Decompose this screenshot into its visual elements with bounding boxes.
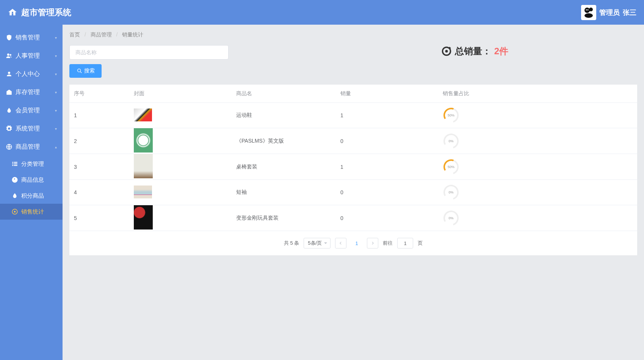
product-thumb (134, 154, 153, 178)
nav-sub-sales-stats[interactable]: 销售统计 (0, 204, 63, 220)
total-value: 2件 (494, 45, 508, 57)
target-icon (441, 46, 452, 57)
th-name: 商品名 (236, 90, 340, 97)
shield-icon (6, 34, 13, 41)
chevron-down-icon: ▾ (55, 127, 57, 131)
avatar-icon (583, 6, 595, 19)
nav-hr-management[interactable]: 人事管理 ▾ (0, 47, 63, 65)
cell-cover (134, 108, 236, 123)
header-right: 管理员 张三 (581, 5, 636, 20)
th-cover: 封面 (134, 90, 236, 97)
cell-name: 桌椅套装 (236, 163, 340, 170)
svg-point-8 (8, 72, 10, 74)
breadcrumb-sales-stats: 销量统计 (122, 31, 143, 38)
product-thumb (134, 205, 153, 230)
search-icon (77, 68, 83, 74)
ratio-gauge: 50% (443, 107, 459, 124)
cell-name: 运动鞋 (236, 112, 340, 119)
app-title: 超市管理系统 (21, 7, 71, 18)
page-goto-input[interactable] (397, 238, 413, 248)
cell-sales: 0 (340, 138, 443, 144)
sidebar: 销售管理 ▾ 人事管理 ▾ 个人中心 ▾ 库存管理 ▾ 会员管理 ▾ 系统管理 … (0, 25, 63, 360)
page-size-select[interactable]: 5条/页 (304, 238, 331, 248)
page-total: 共 5 条 (284, 240, 299, 247)
product-thumb (134, 128, 153, 152)
nav-system-management[interactable]: 系统管理 ▾ (0, 119, 63, 138)
cell-ratio: 0% (443, 184, 637, 201)
page-current[interactable]: 1 (351, 241, 362, 246)
th-index: 序号 (69, 90, 134, 97)
drop-icon (6, 107, 13, 114)
drop-icon (11, 192, 18, 199)
table-header: 序号 封面 商品名 销量 销售量占比 (69, 85, 637, 103)
people-icon (6, 52, 13, 59)
nav-product-management[interactable]: 商品管理 ▴ (0, 138, 63, 156)
cell-cover (134, 154, 236, 179)
svg-rect-13 (14, 163, 17, 164)
svg-point-20 (445, 50, 448, 53)
chevron-up-icon: ▴ (55, 145, 57, 149)
chevron-right-icon (371, 241, 374, 245)
page-prev-button[interactable] (335, 238, 346, 248)
cell-index: 1 (69, 112, 134, 118)
nav-inventory-management[interactable]: 库存管理 ▾ (0, 83, 63, 101)
cell-index: 5 (69, 215, 134, 221)
cell-sales: 1 (340, 164, 443, 170)
search-input[interactable] (69, 45, 229, 60)
chevron-down-icon: ▾ (55, 54, 57, 58)
table-row: 1 运动鞋 1 50% (69, 103, 637, 128)
cell-index: 2 (69, 138, 134, 144)
total-label: 总销量： (455, 45, 491, 57)
chevron-down-icon: ▾ (55, 36, 57, 40)
total-sales: 总销量： 2件 (441, 45, 637, 57)
chevron-down-icon: ▾ (55, 72, 57, 76)
nav-sales-management[interactable]: 销售管理 ▾ (0, 28, 63, 47)
svg-rect-14 (12, 165, 13, 166)
nav-personal-center[interactable]: 个人中心 ▾ (0, 65, 63, 83)
nav-sub-product-info[interactable]: 商品信息 (0, 172, 63, 188)
table-row: 5 变形金刚玩具套装 0 0% (69, 205, 637, 231)
chevron-down-icon: ▾ (55, 108, 57, 113)
product-thumb (134, 108, 152, 121)
breadcrumb-home[interactable]: 首页 (69, 31, 80, 38)
svg-point-6 (7, 53, 9, 56)
toolbar: 搜索 总销量： 2件 (69, 45, 637, 78)
nav-sub-category[interactable]: 分类管理 (0, 156, 63, 172)
search-button[interactable]: 搜索 (69, 64, 102, 78)
th-sales: 销量 (340, 90, 443, 97)
avatar[interactable] (581, 5, 596, 20)
cell-cover (134, 128, 236, 154)
breadcrumb-product[interactable]: 商品管理 (91, 31, 112, 38)
ratio-gauge: 0% (443, 184, 459, 201)
gear-icon (6, 125, 13, 132)
svg-point-5 (584, 13, 593, 18)
nav-member-management[interactable]: 会员管理 ▾ (0, 101, 63, 119)
svg-point-3 (586, 9, 587, 10)
nav-sub-points-product[interactable]: 积分商品 (0, 188, 63, 204)
warehouse-icon (6, 89, 13, 96)
cell-cover (134, 205, 236, 231)
goto-label-post: 页 (418, 240, 423, 247)
ratio-gauge: 0% (443, 133, 459, 149)
svg-rect-11 (14, 162, 17, 163)
cell-ratio: 0% (443, 210, 637, 226)
svg-rect-10 (12, 162, 13, 163)
svg-point-18 (77, 69, 80, 72)
house-icon (8, 8, 17, 17)
ratio-gauge: 50% (443, 159, 459, 175)
data-table: 序号 封面 商品名 销量 销售量占比 1 运动鞋 1 50% 2 《PASLMS… (69, 85, 637, 255)
svg-rect-15 (14, 165, 17, 166)
table-row: 3 桌椅套装 1 50% (69, 154, 637, 180)
cell-sales: 0 (340, 189, 443, 195)
cell-name: 变形金刚玩具套装 (236, 215, 340, 222)
svg-point-4 (588, 9, 589, 10)
svg-point-1 (584, 8, 590, 13)
page-next-button[interactable] (367, 238, 378, 248)
pagination: 共 5 条 5条/页 1 前往 页 (69, 231, 637, 255)
cell-ratio: 0% (443, 133, 637, 149)
product-thumb (134, 186, 152, 198)
breadcrumb: 首页 / 商品管理 / 销量统计 (69, 31, 637, 38)
cell-ratio: 50% (443, 107, 637, 124)
table-row: 4 短袖 0 0% (69, 180, 637, 205)
header: 超市管理系统 管理员 张三 (0, 0, 644, 25)
